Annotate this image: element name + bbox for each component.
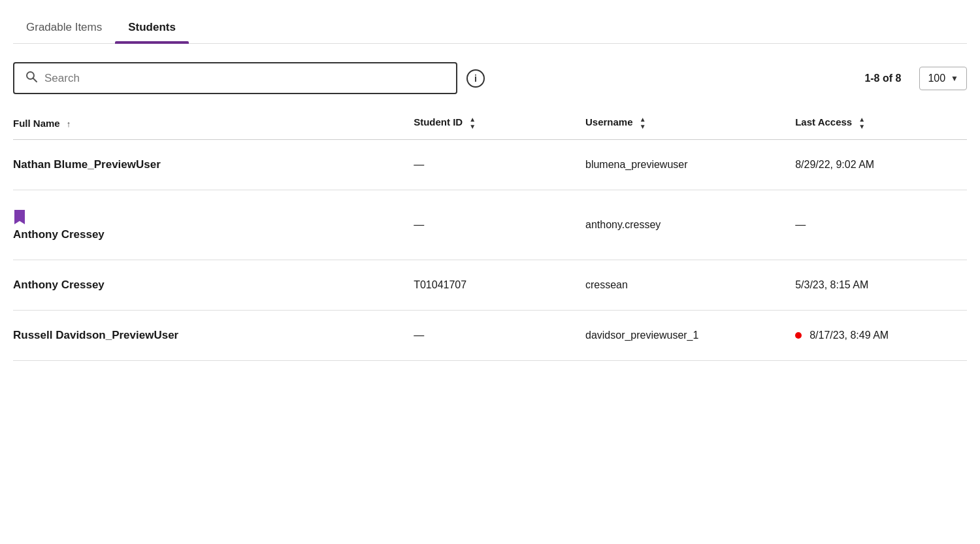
cell-studentid: — xyxy=(414,190,585,260)
search-area: i 1-8 of 8 100 ▼ xyxy=(13,44,967,107)
name-with-bookmark: Anthony Cressey xyxy=(13,209,414,241)
cell-studentid: T01041707 xyxy=(414,260,585,311)
sort-both-icon-3: ▲ ▼ xyxy=(858,116,865,130)
search-input[interactable] xyxy=(44,72,446,85)
student-name[interactable]: Nathan Blume_PreviewUser xyxy=(13,158,161,171)
student-name[interactable]: Russell Davidson_PreviewUser xyxy=(13,329,178,341)
table-row: Anthony Cressey—anthony.cressey— xyxy=(13,190,967,260)
tab-gradable-items[interactable]: Gradable Items xyxy=(13,13,115,43)
svg-line-1 xyxy=(33,78,37,82)
col-header-lastaccess[interactable]: Last Access ▲ ▼ xyxy=(795,107,967,140)
cell-lastaccess: 8/17/23, 8:49 AM xyxy=(795,311,967,361)
cell-username: davidsor_previewuser_1 xyxy=(585,311,795,361)
students-table: Full Name ↑ Student ID ▲ ▼ Username ▲ ▼ xyxy=(13,107,967,361)
cell-lastaccess: 5/3/23, 8:15 AM xyxy=(795,260,967,311)
table-header-row: Full Name ↑ Student ID ▲ ▼ Username ▲ ▼ xyxy=(13,107,967,140)
table-row: Nathan Blume_PreviewUser—blumena_preview… xyxy=(13,140,967,190)
col-header-studentid[interactable]: Student ID ▲ ▼ xyxy=(414,107,585,140)
col-header-fullname[interactable]: Full Name ↑ xyxy=(13,107,414,140)
tabs-bar: Gradable Items Students xyxy=(13,0,967,44)
col-header-username[interactable]: Username ▲ ▼ xyxy=(585,107,795,140)
cell-fullname: Anthony Cressey xyxy=(13,190,414,260)
cell-username: anthony.cressey xyxy=(585,190,795,260)
search-icon xyxy=(25,70,38,86)
student-name[interactable]: Anthony Cressey xyxy=(13,228,105,241)
lastaccess-with-dot: 8/17/23, 8:49 AM xyxy=(795,330,967,341)
cell-lastaccess: 8/29/22, 9:02 AM xyxy=(795,140,967,190)
tab-students[interactable]: Students xyxy=(115,13,189,43)
bookmark-icon xyxy=(13,209,26,228)
lastaccess-text: 8/17/23, 8:49 AM xyxy=(809,330,889,341)
per-page-select[interactable]: 100 ▼ xyxy=(919,67,967,90)
search-box xyxy=(13,62,457,94)
cell-studentid: — xyxy=(414,311,585,361)
page-container: Gradable Items Students i 1-8 of 8 100 ▼ xyxy=(0,0,980,544)
cell-username: blumena_previewuser xyxy=(585,140,795,190)
student-name[interactable]: Anthony Cressey xyxy=(13,279,105,291)
cell-fullname: Russell Davidson_PreviewUser xyxy=(13,311,414,361)
chevron-down-icon: ▼ xyxy=(951,74,958,83)
table-row: Russell Davidson_PreviewUser—davidsor_pr… xyxy=(13,311,967,361)
sort-asc-icon: ↑ xyxy=(67,119,71,129)
pagination-info: 1-8 of 8 xyxy=(864,73,901,84)
cell-studentid: — xyxy=(414,140,585,190)
sort-both-icon-2: ▲ ▼ xyxy=(640,116,646,130)
red-dot-icon xyxy=(795,332,802,339)
cell-lastaccess: — xyxy=(795,190,967,260)
table-row: Anthony CresseyT01041707cressean5/3/23, … xyxy=(13,260,967,311)
cell-fullname: Anthony Cressey xyxy=(13,260,414,311)
cell-fullname: Nathan Blume_PreviewUser xyxy=(13,140,414,190)
info-icon[interactable]: i xyxy=(466,69,485,88)
cell-username: cressean xyxy=(585,260,795,311)
sort-both-icon: ▲ ▼ xyxy=(469,116,476,130)
